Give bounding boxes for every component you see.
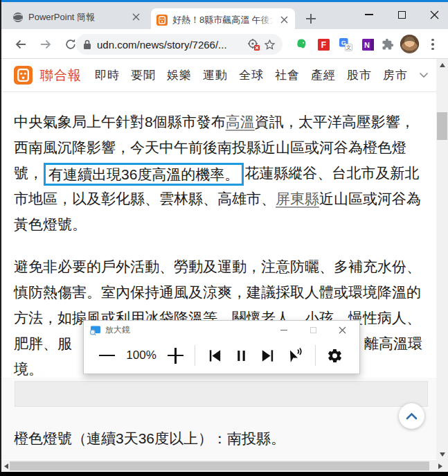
vertical-scrollbar[interactable] <box>436 59 448 460</box>
zoom-level: 100% <box>126 349 156 362</box>
magnifier-titlebar[interactable]: 放大鏡 <box>84 321 359 340</box>
nav-more-chevron[interactable] <box>419 72 429 78</box>
magnifier-window[interactable]: 放大鏡 100% <box>83 320 360 374</box>
vertical-scrollbar-thumb[interactable] <box>437 112 447 140</box>
tab-title: 好熱！8縣市飆高溫 午後大 <box>172 14 274 26</box>
nav-item-instant[interactable]: 即時 <box>95 67 120 83</box>
magnifier-settings-button[interactable] <box>327 348 343 364</box>
article-line: 慎防熱傷害。室內保持通風及涼爽，建議採取人體或環境降溫的 <box>0 279 436 305</box>
profile-avatar[interactable] <box>400 35 419 53</box>
onenote-extension-icon[interactable]: N <box>360 37 375 52</box>
nav-item-global[interactable]: 全球 <box>239 67 264 83</box>
refresh-icon <box>64 38 77 51</box>
chevron-down-icon <box>419 72 429 78</box>
text-segment: 號， <box>14 165 43 181</box>
window-border-top <box>0 0 448 2</box>
nav-item-sports[interactable]: 運動 <box>203 67 228 83</box>
article-line: 市地區，以及彰化縣、雲林縣、高雄市、屏東縣近山區或河谷為 <box>0 186 436 211</box>
nav-item-headlines[interactable]: 要聞 <box>131 67 156 83</box>
close-icon <box>430 10 439 19</box>
address-bar[interactable]: udn.com/news/story/7266/... <box>76 34 283 55</box>
svg-text:文: 文 <box>346 44 351 51</box>
zoom-out-button[interactable] <box>99 355 115 357</box>
plus-icon <box>168 348 183 364</box>
scroll-to-top-button[interactable] <box>399 403 424 429</box>
horizontal-scrollbar-thumb[interactable] <box>10 461 429 470</box>
flipboard-extension-icon[interactable]: F <box>316 37 331 52</box>
previous-button[interactable] <box>207 348 223 364</box>
tab-powerpoint[interactable]: PowerPoint 簡報 <box>8 8 145 26</box>
tab-title: PowerPoint 簡報 <box>28 11 125 24</box>
window-maximize-button[interactable] <box>390 5 413 24</box>
text-segment: 花蓮縣縱谷、台北市及新北 <box>244 165 419 181</box>
magnifier-controls: 100% <box>84 340 359 374</box>
paragraph-1: 中央氣象局上午針對8個縣市發布高溫資訊，太平洋高壓影響， 西南風沉降影響，今天中… <box>0 109 436 237</box>
minimize-icon <box>365 14 373 15</box>
new-tab-button[interactable] <box>303 11 319 26</box>
scroll-right-arrow[interactable] <box>434 460 446 472</box>
text-segment: 資訊，太平洋高壓影響， <box>255 114 415 130</box>
text-segment: 肥胖、服 <box>14 335 72 351</box>
forward-button[interactable] <box>36 35 55 54</box>
tab-udn-article[interactable]: 好熱！8縣市飆高溫 午後大 <box>151 8 295 31</box>
maximize-icon <box>310 327 316 333</box>
gear-icon <box>327 348 343 364</box>
scroll-up-arrow[interactable] <box>436 59 448 71</box>
article-line: 黃色燈號。 <box>0 211 436 237</box>
plus-icon <box>306 14 316 24</box>
evernote-extension-icon[interactable] <box>294 37 309 52</box>
content-blocked-icon[interactable] <box>247 38 260 51</box>
scroll-down-arrow[interactable] <box>436 448 448 460</box>
svg-text:N: N <box>364 41 370 49</box>
minus-icon <box>99 355 115 357</box>
back-icon <box>14 37 28 51</box>
nav-item-realestate[interactable]: 房市 <box>383 67 408 83</box>
extensions-puzzle-icon[interactable] <box>380 37 395 52</box>
divider <box>315 345 316 366</box>
window-minimize-button[interactable] <box>357 5 381 24</box>
nav-item-business[interactable]: 產經 <box>311 67 336 83</box>
window-border-left <box>0 0 1 476</box>
pause-button[interactable] <box>234 349 249 363</box>
article-line: 避免非必要的戶外活動、勞動及運動，注意防曬、多補充水份、 <box>0 254 436 279</box>
link-gaowen[interactable]: 高溫 <box>226 114 255 130</box>
text-segment: 市地區，以及彰化縣、雲林縣、高雄市、 <box>14 191 276 206</box>
nav-item-stocks[interactable]: 股市 <box>347 67 372 83</box>
magnifier-maximize-button[interactable] <box>298 322 328 339</box>
magnifier-title: 放大鏡 <box>105 324 269 336</box>
link-pingtung[interactable]: 屏東縣 <box>276 191 319 206</box>
horizontal-scrollbar[interactable] <box>0 460 448 472</box>
triangle-up-icon <box>440 63 445 67</box>
close-tab-icon[interactable] <box>130 12 141 23</box>
translate-extension-icon[interactable]: G 文 <box>338 37 353 52</box>
url-text[interactable]: udn.com/news/story/7266/... <box>97 39 243 51</box>
skip-previous-icon <box>207 348 223 364</box>
bookmark-star-icon[interactable] <box>264 39 276 51</box>
read-from-here-button[interactable] <box>287 347 303 364</box>
forward-icon <box>39 37 53 51</box>
pause-icon <box>234 349 249 363</box>
next-button[interactable] <box>260 348 276 364</box>
nav-item-entertainment[interactable]: 娛樂 <box>167 67 192 83</box>
article-line: 西南風沉降影響，今天中午前後南投縣近山區或河谷為橙色燈 <box>0 134 436 160</box>
close-tab-icon[interactable] <box>278 15 289 26</box>
close-icon <box>339 326 346 334</box>
minimize-icon <box>280 330 287 331</box>
magnifier-app-icon <box>89 326 101 335</box>
back-button[interactable] <box>11 35 30 54</box>
svg-text:F: F <box>321 40 325 50</box>
site-brand[interactable]: 聯合報 <box>40 67 82 85</box>
udn-logo[interactable] <box>14 66 33 85</box>
article-line: 號，有連續出現36度高溫的機率。花蓮縣縱谷、台北市及新北 <box>0 160 436 186</box>
browser-toolbar: udn.com/news/story/7266/... F <box>0 29 448 59</box>
magnifier-close-button[interactable] <box>328 322 357 339</box>
article-line: 中央氣象局上午針對8個縣市發布高溫資訊，太平洋高壓影響， <box>0 109 436 134</box>
magnifier-minimize-button[interactable] <box>269 322 298 339</box>
text-segment: 中央氣象局上午針對8個縣市發布 <box>14 114 226 130</box>
tab-strip: PowerPoint 簡報 好熱！8縣市飆高溫 午後大 <box>0 2 448 29</box>
zoom-in-button[interactable] <box>168 348 183 364</box>
nav-item-society[interactable]: 社會 <box>275 67 300 83</box>
window-close-button[interactable] <box>422 5 446 24</box>
browser-menu-button[interactable] <box>427 37 439 52</box>
annotation-highlight-box: 有連續出現36度高溫的機率。 <box>44 163 244 186</box>
